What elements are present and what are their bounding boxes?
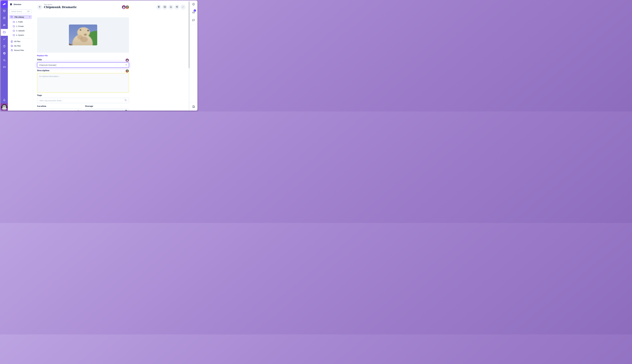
activity-sidebar-button[interactable] — [190, 103, 198, 110]
help-icon — [3, 45, 6, 48]
editor-avatar-chipmunk[interactable] — [126, 5, 129, 9]
text-caret — [56, 64, 56, 66]
description-placeholder: An optional description... — [39, 75, 129, 77]
directus-rabbit-logo-icon — [2, 2, 6, 6]
tag-icon — [124, 99, 127, 102]
edit-icon — [3, 16, 6, 20]
global-search-box[interactable]: ⌘K — [9, 9, 32, 14]
folder-move-icon — [164, 6, 166, 9]
sidebar-link-all-files[interactable]: All Files — [14, 40, 20, 42]
module-directus-home[interactable] — [1, 0, 8, 8]
clipboard-clock-icon — [192, 105, 195, 109]
back-button[interactable] — [37, 4, 42, 10]
module-content-editor[interactable] — [1, 15, 8, 22]
page-title: Chipmunk Dramatic — [44, 5, 77, 9]
my-files-icon — [10, 44, 13, 48]
sidebar-folder-system[interactable]: 4. System — [16, 34, 24, 36]
users-icon — [3, 24, 6, 27]
module-content[interactable] — [1, 8, 8, 14]
recent-files-icon — [10, 49, 13, 52]
sidebar-folder-uploads[interactable]: 3. Uploads — [16, 30, 25, 32]
gear-icon — [3, 52, 6, 55]
scrollbar-thumb[interactable] — [188, 2, 190, 68]
title-field-label: Title — [37, 58, 42, 61]
notifications-sidebar-button[interactable] — [190, 8, 198, 16]
edit-options-button[interactable] — [174, 4, 180, 10]
search-shortcut-badge: ⌘K — [26, 10, 30, 13]
title-input[interactable]: Chipmunk Dramatic T — [37, 62, 129, 68]
right-sidebar — [190, 0, 198, 110]
module-settings[interactable] — [1, 50, 8, 57]
replace-file-link[interactable]: Replace File — [37, 54, 48, 56]
insights-icon — [3, 38, 6, 41]
move-to-folder-button[interactable] — [162, 4, 167, 10]
tags-field-label: Tags — [37, 94, 42, 96]
save-button[interactable] — [180, 4, 186, 10]
info-icon — [192, 3, 195, 6]
folder-icon — [13, 25, 15, 28]
module-translations[interactable] — [1, 64, 8, 71]
sidebar-link-recent-files[interactable]: Recent Files — [14, 49, 24, 51]
arrow-left-icon — [38, 6, 41, 9]
module-insights[interactable] — [1, 36, 8, 43]
folder-icon — [13, 30, 15, 32]
module-notifications[interactable] — [1, 97, 8, 104]
sidebar-link-my-files[interactable]: My Files — [14, 45, 21, 47]
trash-icon — [157, 6, 160, 9]
storage-icon — [125, 110, 127, 110]
project-name: Directus — [14, 3, 21, 6]
chevron-down-icon[interactable] — [28, 16, 31, 18]
people-sound-icon — [3, 65, 6, 69]
description-textarea[interactable]: An optional description... — [37, 73, 129, 93]
directus-window: Directus ⌘K File Library 1. Public 2. Pr… — [1, 0, 198, 110]
title-editor-avatar — [126, 58, 129, 62]
tags-text-input[interactable] — [39, 99, 124, 102]
module-search[interactable] — [1, 57, 8, 64]
download-button[interactable] — [168, 4, 174, 10]
module-help[interactable] — [1, 43, 8, 50]
description-editor-avatar — [126, 69, 129, 73]
search-icon — [3, 59, 6, 62]
cube-icon — [3, 9, 6, 13]
sidebar-item-label: File Library — [14, 16, 24, 18]
project-logo-icon — [10, 3, 12, 6]
delete-button[interactable] — [156, 4, 161, 10]
location-input[interactable] — [37, 108, 81, 110]
file-preview-image[interactable] — [69, 24, 97, 45]
right-sidebar-divider — [190, 102, 198, 103]
tags-input[interactable] — [37, 98, 129, 103]
sidebar-divider — [10, 38, 32, 38]
current-user-avatar[interactable] — [1, 104, 8, 110]
storage-input — [85, 108, 129, 110]
title-input-value: Chipmunk Dramatic — [39, 64, 56, 66]
sidebar-folder-public[interactable]: 1. Public — [16, 21, 23, 23]
all-files-icon — [10, 40, 13, 43]
location-field-label: Location — [37, 105, 46, 107]
module-users[interactable] — [1, 22, 8, 29]
download-icon — [170, 6, 172, 9]
module-file-library[interactable] — [1, 29, 8, 36]
description-field-label: Description — [37, 70, 50, 72]
title-case-icon[interactable]: T — [126, 64, 127, 66]
storage-field-label: Storage — [85, 105, 93, 107]
info-sidebar-button[interactable] — [190, 0, 198, 8]
breadcrumb[interactable]: File Library — [44, 4, 52, 6]
editor-avatar-user[interactable] — [122, 5, 126, 9]
global-search-input[interactable] — [11, 10, 26, 12]
folder-icon — [13, 34, 15, 37]
bell-icon — [3, 98, 6, 102]
comment-icon — [192, 18, 195, 22]
folder-icon — [3, 30, 6, 34]
folder-star-icon — [10, 16, 13, 18]
sidebar-folder-private[interactable]: 2. Private — [16, 25, 24, 27]
module-bar — [1, 0, 8, 110]
comments-sidebar-button[interactable] — [190, 16, 198, 24]
tune-sliders-icon — [176, 6, 178, 9]
sidebar-item-file-library[interactable]: File Library — [9, 15, 32, 19]
notification-badge: 1 — [194, 9, 196, 12]
check-icon — [182, 5, 184, 9]
folder-icon — [13, 20, 15, 24]
